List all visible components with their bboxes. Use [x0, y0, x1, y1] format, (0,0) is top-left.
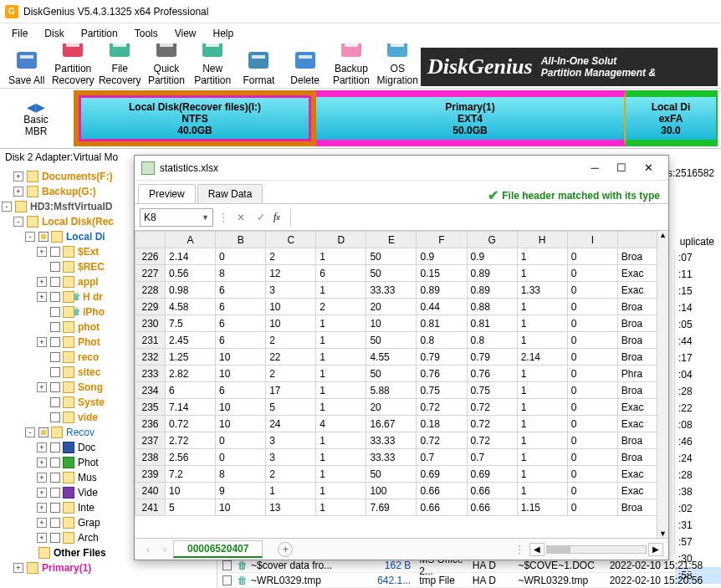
- cell[interactable]: 1: [517, 265, 567, 282]
- cell[interactable]: 0: [567, 332, 617, 349]
- expand-icon[interactable]: +: [37, 292, 47, 302]
- tab-raw-data[interactable]: Raw Data: [197, 184, 263, 203]
- cell[interactable]: 0: [567, 449, 617, 466]
- cell[interactable]: 12: [266, 265, 316, 282]
- cell[interactable]: 1: [517, 382, 567, 399]
- menu-partition[interactable]: Partition: [73, 28, 126, 39]
- minimize-button[interactable]: ─: [581, 159, 608, 177]
- cell[interactable]: 0: [216, 248, 266, 265]
- cell[interactable]: 50: [366, 366, 417, 382]
- cell[interactable]: 1: [517, 399, 567, 416]
- cell[interactable]: 0: [567, 315, 617, 332]
- menu-help[interactable]: Help: [205, 28, 243, 39]
- cell[interactable]: 0.18: [417, 416, 467, 432]
- chevron-down-icon[interactable]: ▼: [202, 213, 209, 222]
- cell[interactable]: 20: [366, 399, 417, 416]
- checkbox[interactable]: [50, 397, 60, 407]
- cell[interactable]: 1: [316, 349, 366, 366]
- cell[interactable]: 1: [316, 449, 366, 466]
- cell[interactable]: 0: [216, 432, 266, 449]
- cell[interactable]: 10: [266, 299, 316, 315]
- menu-disk[interactable]: Disk: [36, 28, 72, 39]
- cell[interactable]: 10: [166, 483, 216, 499]
- partition-block-0[interactable]: Local Disk(Recover files)(I:) NTFS 40.0G…: [74, 90, 316, 146]
- cell[interactable]: 1: [517, 332, 567, 349]
- scroll-down-icon[interactable]: ▼: [659, 529, 667, 538]
- partition-block-1[interactable]: Primary(1) EXT4 50.0GB: [316, 90, 626, 146]
- collapse-icon[interactable]: -: [25, 427, 35, 437]
- cell-reference-box[interactable]: K8 ▼: [140, 208, 213, 227]
- cell[interactable]: 0.15: [417, 265, 467, 282]
- row-header[interactable]: 232: [136, 349, 166, 366]
- cell[interactable]: 4: [316, 416, 366, 432]
- cell[interactable]: 10: [266, 315, 316, 332]
- cell[interactable]: 50: [366, 265, 417, 282]
- close-button[interactable]: ✕: [635, 159, 662, 177]
- cell[interactable]: 2.45: [166, 332, 216, 349]
- expand-icon[interactable]: +: [37, 442, 47, 453]
- cell[interactable]: 6: [316, 265, 366, 282]
- cell[interactable]: 33.33: [366, 432, 417, 449]
- expand-icon[interactable]: +: [37, 488, 47, 498]
- row-header[interactable]: 229: [136, 299, 166, 315]
- cell[interactable]: 6: [216, 315, 266, 332]
- cell[interactable]: 2.72: [166, 432, 216, 449]
- tree-node[interactable]: +Primary(1): [2, 560, 215, 575]
- hscroll-right-button[interactable]: ▶: [648, 543, 663, 556]
- add-sheet-button[interactable]: +: [278, 542, 293, 557]
- cell[interactable]: 1: [517, 483, 567, 499]
- toolbar-delete[interactable]: Delete: [284, 46, 325, 86]
- expand-icon[interactable]: +: [37, 473, 47, 483]
- vertical-scrollbar[interactable]: ▲ ▼: [657, 231, 668, 538]
- toolbar-format[interactable]: Format: [238, 46, 279, 86]
- cell[interactable]: 0.8: [467, 332, 517, 349]
- cell[interactable]: 0.9: [417, 248, 467, 265]
- cell[interactable]: 1: [316, 366, 366, 382]
- cell[interactable]: 2.56: [166, 449, 216, 466]
- hscroll-thumb[interactable]: [547, 546, 570, 553]
- cell[interactable]: 0.66: [467, 483, 517, 499]
- cell[interactable]: 7.69: [366, 499, 417, 516]
- cell[interactable]: 0.8: [417, 332, 467, 349]
- nav-arrows-icon[interactable]: ◀▶: [27, 100, 45, 114]
- collapse-icon[interactable]: -: [2, 202, 12, 212]
- checkbox[interactable]: [50, 473, 60, 483]
- cell[interactable]: 1: [316, 483, 366, 499]
- cell[interactable]: 5.88: [366, 382, 417, 399]
- checkbox[interactable]: [222, 560, 232, 570]
- cell[interactable]: 0.72: [417, 399, 467, 416]
- cell[interactable]: 0.72: [467, 416, 517, 432]
- cell[interactable]: 6: [216, 299, 266, 315]
- toolbar-backup[interactable]: Backup Partition: [330, 43, 371, 86]
- expand-icon[interactable]: +: [37, 533, 47, 543]
- cell[interactable]: 7.14: [166, 399, 216, 416]
- checkbox[interactable]: [50, 458, 60, 468]
- cell[interactable]: 33.33: [366, 282, 417, 299]
- hscroll-left-button[interactable]: ◀: [529, 543, 545, 556]
- cell[interactable]: 0.66: [417, 499, 467, 516]
- row-header[interactable]: 228: [136, 282, 166, 299]
- collapse-icon[interactable]: -: [25, 232, 35, 242]
- checkbox[interactable]: [50, 337, 60, 347]
- cell[interactable]: 2: [266, 332, 316, 349]
- cell[interactable]: 0: [567, 282, 617, 299]
- cell[interactable]: 0: [567, 265, 617, 282]
- cell[interactable]: 0.75: [417, 382, 467, 399]
- cell[interactable]: 1: [316, 315, 366, 332]
- cell[interactable]: 0.44: [417, 299, 467, 315]
- cell[interactable]: 1: [316, 332, 366, 349]
- checkbox[interactable]: [50, 307, 60, 317]
- cell[interactable]: 1: [266, 483, 316, 499]
- cell[interactable]: 5: [166, 499, 216, 516]
- column-header[interactable]: D: [316, 232, 366, 248]
- cell[interactable]: 1: [517, 315, 567, 332]
- cell[interactable]: 6: [216, 282, 266, 299]
- cell[interactable]: 0.7: [467, 449, 517, 466]
- cell[interactable]: 1: [517, 299, 567, 315]
- cell[interactable]: 50: [366, 248, 417, 265]
- collapse-icon[interactable]: -: [13, 217, 23, 227]
- cell[interactable]: 2.82: [166, 366, 216, 382]
- toolbar-save-all[interactable]: Save All: [6, 46, 47, 86]
- column-header[interactable]: A: [166, 232, 216, 248]
- expand-icon[interactable]: +: [13, 187, 23, 197]
